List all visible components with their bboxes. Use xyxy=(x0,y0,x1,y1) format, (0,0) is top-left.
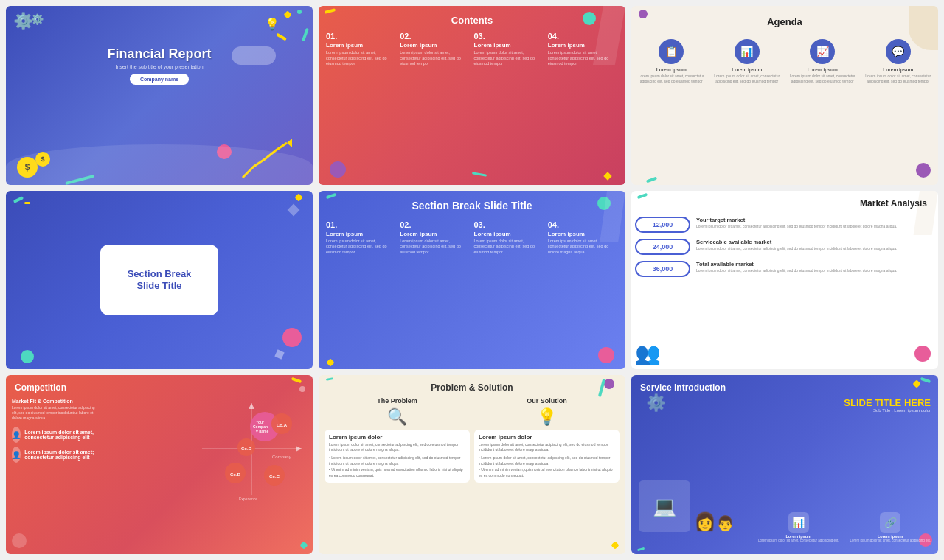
teal-deco-tl xyxy=(326,377,333,381)
market-text-body-3: Lorem ipsum dolor sit amet, consectetur … xyxy=(696,268,934,273)
market-text-body-2: Lorem ipsum dolor sit amet, consectetur … xyxy=(696,246,934,251)
agenda-body-3: Lorem ipsum dolor sit amet, consectetur … xyxy=(786,74,859,84)
slide-title: Service introduction xyxy=(640,382,726,393)
item-num-5-2: 02. xyxy=(400,220,470,229)
lightbulb-icon-sol: 💡 xyxy=(474,407,620,427)
yellow-deco-tr xyxy=(291,377,302,384)
agenda-label-1: Lorem ipsum xyxy=(656,67,687,72)
teal-dot xyxy=(297,10,302,14)
yellow-diamond-tr xyxy=(294,193,302,201)
contents-grid: 01. Lorem ipsum Lorem ipsum dolor sit am… xyxy=(326,32,618,67)
gear-deco: ⚙️ xyxy=(646,393,666,413)
agenda-item-1: 📋 Lorem ipsum Lorem ipsum dolor sit amet… xyxy=(635,39,708,84)
yellow-line-tl xyxy=(24,202,30,204)
solution-box-body: Lorem ipsum dolor sit amet, consectetur … xyxy=(479,442,615,452)
item-num-5-1: 01. xyxy=(326,220,396,229)
problem-box-title: Lorem ipsum dolor xyxy=(329,434,465,441)
slide-competition: Competition Market Fit & Competition Lor… xyxy=(6,375,313,554)
agenda-icon-2: 📊 xyxy=(735,39,760,64)
item-num-3: 03. xyxy=(474,32,544,41)
service-icon-2: 🔗 Lorem ipsum Lorem ipsum dolor sit amet… xyxy=(850,512,931,543)
item-title-5-4: Lorem ipsum xyxy=(548,231,618,237)
wave-bg xyxy=(6,144,313,185)
comp-section-title: Market Fit & Competition xyxy=(12,399,100,404)
avatar-1: 👤 xyxy=(12,427,21,443)
purple-dot-br xyxy=(916,163,931,178)
yellow-diamond-br xyxy=(611,541,619,549)
diamond-deco xyxy=(283,10,291,18)
agenda-body-4: Lorem ipsum dolor sit amet, consectetur … xyxy=(862,74,935,84)
content-item-3: 03. Lorem ipsum Lorem ipsum dolor sit am… xyxy=(474,32,544,67)
problem-box: Lorem ipsum dolor Lorem ipsum dolor sit … xyxy=(324,430,470,483)
agenda-label-2: Lorem ipsum xyxy=(732,67,762,72)
magnifier-icon: 🔍 xyxy=(324,407,470,427)
content-item-1: 01. Lorem ipsum Lorem ipsum dolor sit am… xyxy=(326,32,396,67)
item-body-5-1: Lorem ipsum dolor sit amet, consectetur … xyxy=(326,239,396,256)
market-text-1: Your target market Lorem ipsum dolor sit… xyxy=(696,217,934,229)
content-item-4: 04. Lorem ipsum Lorem ipsum dolor sit am… xyxy=(548,32,618,67)
white-circle-bl xyxy=(12,533,27,548)
agenda-label-4: Lorem ipsum xyxy=(883,67,913,72)
agenda-icon-4: 💬 xyxy=(886,39,911,64)
item-num-2: 02. xyxy=(400,32,470,41)
market-row-1: 12,000 Your target market Lorem ipsum do… xyxy=(635,217,934,233)
service-icon-body-1: Lorem ipsum dolor sit amet, consectetur … xyxy=(758,539,839,543)
comp-highlight-1: Lorem ipsum dolor sit amet, consectetur … xyxy=(24,430,100,440)
comp-body: Lorem ipsum dolor sit amet, consectetur … xyxy=(12,405,100,421)
company-button[interactable]: Company name xyxy=(130,74,189,85)
item-num-1: 01. xyxy=(326,32,396,41)
item-body-4: Lorem ipsum dolor sit amet, consectetur … xyxy=(548,50,618,67)
competition-left: Market Fit & Competition Lorem ipsum dol… xyxy=(12,399,100,463)
pink-circle-br xyxy=(282,328,302,347)
item-title-5-3: Lorem ipsum xyxy=(474,231,544,237)
bottom-deco-area xyxy=(319,159,625,181)
item-title-5-2: Lorem ipsum xyxy=(400,231,470,237)
svg-text:Company: Company xyxy=(272,455,291,459)
teal-line-bottom xyxy=(472,172,487,176)
teal-deco-tl xyxy=(326,192,337,199)
slide-title: Contents xyxy=(319,15,625,26)
service-title-area: SLIDE TITLE HERE Sub Title : Lorem ipsum… xyxy=(844,397,931,413)
service-main-title: SLIDE TITLE HERE xyxy=(844,397,931,408)
box-title: Section Break Slide Title xyxy=(128,267,192,293)
yellow-diamond-bl xyxy=(326,359,334,367)
content-item-5-4: 04. Lorem ipsum Lorem ipsum dolor sit am… xyxy=(548,220,618,256)
market-text-3: Total available market Lorem ipsum dolor… xyxy=(696,261,934,273)
pink-circle-br xyxy=(914,346,931,362)
market-text-2: Serviceable available market Lorem ipsum… xyxy=(696,239,934,251)
svg-marker-4 xyxy=(296,446,302,452)
service-icons: 📊 Lorem ipsum Lorem ipsum dolor sit amet… xyxy=(758,512,931,543)
svg-text:Experience: Experience xyxy=(239,497,257,501)
person-figure-1: 👩 xyxy=(694,511,716,532)
white-dot-tr xyxy=(299,386,305,392)
cloud-deco xyxy=(232,46,276,65)
item-num-5-3: 03. xyxy=(474,220,544,229)
market-row-3: 36,000 Total available market Lorem ipsu… xyxy=(635,261,934,277)
agenda-item-2: 📊 Lorem ipsum Lorem ipsum dolor sit amet… xyxy=(711,39,784,84)
item-title-5-1: Lorem ipsum xyxy=(326,231,396,237)
agenda-grid: 📋 Lorem ipsum Lorem ipsum dolor sit amet… xyxy=(635,39,934,84)
teal-deco-tl xyxy=(13,196,24,203)
gear-icon: ⚙️ xyxy=(13,12,33,31)
item-body-5-3: Lorem ipsum dolor sit amet, consectetur … xyxy=(474,239,544,256)
problem-bullet-2: • Ut enim ad minim veniam, quis nostrud … xyxy=(329,466,465,478)
item-body-2: Lorem ipsum dolor sit amet, consectetur … xyxy=(400,50,470,67)
teal-deco-bl xyxy=(646,176,657,183)
solution-column: Our Solution 💡 Lorem ipsum dolor Lorem i… xyxy=(474,397,620,483)
content-item-5-2: 02. Lorem ipsum Lorem ipsum dolor sit am… xyxy=(400,220,470,256)
teal-deco-tl xyxy=(637,192,648,199)
item-body-1: Lorem ipsum dolor sit amet, consectetur … xyxy=(326,50,396,67)
yellow-diamond-tr2 xyxy=(912,380,920,388)
item-title-3: Lorem ipsum xyxy=(474,42,544,49)
teal-deco-bl xyxy=(637,547,645,551)
service-icon-1: 📊 Lorem ipsum Lorem ipsum dolor sit amet… xyxy=(758,512,839,543)
person-icon-1: 👤 Lorem ipsum dolor sit amet, consectetu… xyxy=(12,427,100,443)
item-title-2: Lorem ipsum xyxy=(400,42,470,49)
contents-grid-5: 01. Lorem ipsum Lorem ipsum dolor sit am… xyxy=(326,220,618,256)
pink-circle-br xyxy=(598,347,614,363)
person-figure-2: 👨 xyxy=(716,514,735,532)
person-icon-2: 👤 Lorem ipsum dolor sit amet; consectetu… xyxy=(12,447,100,463)
comp-highlight-2: Lorem ipsum dolor sit amet; consectetur … xyxy=(24,449,100,460)
slide-title: Agenda xyxy=(631,16,938,27)
white-shape-br xyxy=(274,350,284,360)
